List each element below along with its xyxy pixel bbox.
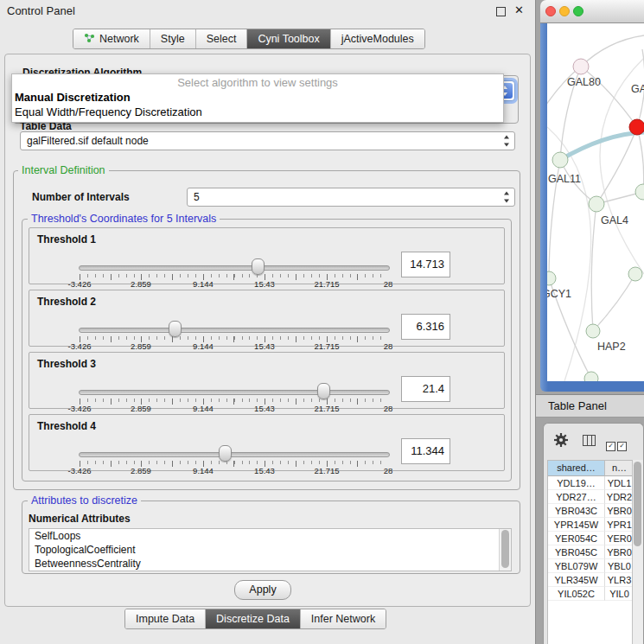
table-cell[interactable]: YBR045C bbox=[548, 545, 605, 559]
table-row: YBR043CYBR0 bbox=[548, 504, 643, 518]
network-node[interactable] bbox=[589, 196, 604, 212]
tab-impute-data[interactable]: Impute Data bbox=[125, 609, 206, 628]
network-node[interactable] bbox=[552, 152, 568, 168]
network-graph: GAL80GAGAL11GAL4GCY1HAP2 bbox=[547, 23, 644, 381]
threshold-slider[interactable] bbox=[79, 452, 390, 457]
table-row: YBR045CYBR0 bbox=[548, 545, 643, 559]
dropdown-option-equal-width-frequency[interactable]: Equal Width/Frequency Discretization bbox=[12, 105, 503, 119]
combo-value: galFiltered.sif default node bbox=[27, 135, 149, 147]
control-panel-window: Control Panel ✕ Network Style Select Cyn… bbox=[0, 0, 536, 644]
slider-handle[interactable] bbox=[219, 445, 232, 462]
tab-network[interactable]: Network bbox=[73, 29, 150, 48]
zoom-traffic-light-icon[interactable] bbox=[573, 6, 583, 16]
slider-handle[interactable] bbox=[317, 383, 330, 399]
table-cell[interactable]: YPR1 bbox=[605, 518, 634, 532]
network-node[interactable] bbox=[573, 59, 589, 74]
axis-label: 15.43 bbox=[254, 279, 275, 289]
list-item[interactable]: SelfLoops bbox=[29, 529, 511, 543]
combo-stepper-icon[interactable] bbox=[503, 136, 511, 147]
network-node[interactable] bbox=[629, 119, 644, 135]
network-node-label: GA bbox=[631, 83, 644, 95]
axis-label: 21.715 bbox=[314, 341, 339, 351]
close-traffic-light-icon[interactable] bbox=[545, 6, 556, 16]
tab-style[interactable]: Style bbox=[150, 29, 196, 48]
table-cell[interactable]: YBR0 bbox=[605, 545, 634, 559]
close-icon[interactable]: ✕ bbox=[514, 3, 524, 16]
axis-label: 28 bbox=[384, 404, 393, 413]
table-cell[interactable]: YER054C bbox=[548, 532, 605, 545]
column-chooser-icon[interactable] bbox=[583, 435, 596, 446]
column-header-shared-name[interactable]: shared… bbox=[548, 461, 605, 476]
minimize-traffic-light-icon[interactable] bbox=[559, 6, 570, 16]
tab-cyni-toolbox[interactable]: Cyni Toolbox bbox=[247, 29, 330, 48]
table-cell[interactable]: YIL0 bbox=[605, 587, 634, 601]
threshold-slider[interactable] bbox=[79, 390, 390, 395]
axis-label: 21.715 bbox=[314, 466, 339, 475]
table-cell[interactable]: YER0 bbox=[605, 532, 634, 545]
network-icon bbox=[84, 33, 95, 46]
table-cell[interactable]: YLR345W bbox=[548, 573, 605, 587]
network-window-titlebar[interactable] bbox=[540, 0, 644, 23]
threshold-label: Threshold 1 bbox=[37, 233, 96, 245]
tab-select[interactable]: Select bbox=[196, 29, 248, 48]
network-node[interactable] bbox=[547, 271, 556, 285]
network-edge bbox=[560, 132, 644, 160]
table-row: YPR145WYPR1 bbox=[548, 518, 643, 532]
tab-label: Select bbox=[207, 33, 237, 45]
select-all-icon[interactable]: ✓✓ bbox=[606, 436, 628, 451]
threshold-value-field[interactable]: 21.4 bbox=[401, 376, 450, 402]
network-node[interactable] bbox=[628, 267, 642, 281]
table-cell[interactable]: YBR043C bbox=[548, 504, 605, 518]
threshold-value-field[interactable]: 14.713 bbox=[401, 252, 450, 277]
threshold-value-field[interactable]: 11.344 bbox=[401, 438, 450, 464]
dropdown-placeholder: Select algorithm to view settings bbox=[12, 75, 503, 90]
scrollbar-thumb[interactable] bbox=[501, 530, 509, 568]
network-canvas[interactable]: GAL80GAGAL11GAL4GCY1HAP2 bbox=[547, 23, 644, 381]
combo-stepper-icon[interactable] bbox=[503, 192, 511, 203]
algorithm-dropdown-popup: Select algorithm to view settings Manual… bbox=[11, 73, 504, 123]
float-window-icon[interactable] bbox=[496, 7, 506, 16]
list-scrollbar[interactable] bbox=[499, 529, 511, 571]
table-cell[interactable]: YPR145W bbox=[548, 518, 605, 532]
tab-discretize-data[interactable]: Discretize Data bbox=[206, 609, 301, 628]
list-item[interactable]: BetweennessCentrality bbox=[29, 557, 511, 571]
table-scrollbar[interactable] bbox=[632, 460, 643, 644]
network-node[interactable] bbox=[584, 372, 598, 381]
table-cell[interactable]: YLR3 bbox=[605, 573, 634, 587]
numerical-attributes-list: SelfLoops TopologicalCoefficient Between… bbox=[29, 528, 512, 571]
slider-handle[interactable] bbox=[252, 258, 265, 275]
table-cell[interactable]: YDL1 bbox=[605, 476, 634, 490]
apply-button[interactable]: Apply bbox=[234, 580, 291, 600]
dropdown-option-manual-discretization[interactable]: Manual Discretization bbox=[12, 90, 503, 105]
checkbox-icon: ✓ bbox=[606, 442, 615, 451]
network-node[interactable] bbox=[635, 184, 644, 200]
slider-handle[interactable] bbox=[169, 321, 182, 337]
scrollbar-thumb[interactable] bbox=[634, 462, 641, 546]
table-cell[interactable]: YBR0 bbox=[605, 504, 634, 518]
tab-jactivemodules[interactable]: jActiveModules bbox=[331, 29, 424, 48]
network-node[interactable] bbox=[586, 324, 600, 338]
table-cell[interactable]: YDR27… bbox=[548, 490, 605, 504]
axis-label: 28 bbox=[384, 341, 393, 351]
screenshot-stage: Control Panel ✕ Network Style Select Cyn… bbox=[0, 0, 644, 644]
table-cell[interactable]: YBL079W bbox=[548, 559, 605, 573]
threshold-slider[interactable] bbox=[79, 265, 390, 271]
list-item[interactable]: TopologicalCoefficient bbox=[29, 543, 511, 557]
table-cell[interactable]: YDR2 bbox=[605, 490, 634, 504]
threshold-slider[interactable] bbox=[79, 328, 390, 333]
table-cell[interactable]: YDL19… bbox=[548, 476, 605, 490]
table-data-combobox[interactable]: galFiltered.sif default node bbox=[20, 131, 515, 150]
network-edge bbox=[593, 274, 635, 331]
axis-label: 21.715 bbox=[314, 279, 339, 289]
table-panel-header[interactable]: Table Panel bbox=[536, 394, 644, 418]
gear-icon[interactable] bbox=[553, 432, 569, 451]
table-row: YDL19…YDL1 bbox=[548, 476, 643, 490]
network-node-label: GAL80 bbox=[567, 76, 601, 88]
column-header-name[interactable]: n… bbox=[605, 461, 634, 476]
table-cell[interactable]: YIL052C bbox=[548, 587, 605, 601]
number-of-intervals-combobox[interactable]: 5 bbox=[187, 188, 515, 207]
numerical-attributes-label: Numerical Attributes bbox=[29, 513, 131, 525]
tab-infer-network[interactable]: Infer Network bbox=[301, 609, 386, 628]
table-cell[interactable]: YBL0 bbox=[605, 559, 634, 573]
threshold-value-field[interactable]: 6.316 bbox=[401, 314, 450, 340]
